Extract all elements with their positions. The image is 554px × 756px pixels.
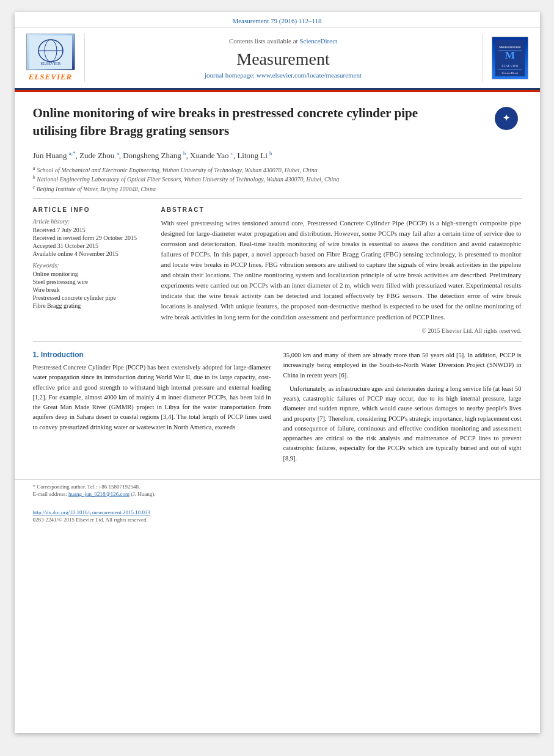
svg-text:ScienceDirect: ScienceDirect (501, 71, 519, 75)
header-right-logo: Measurement M ELSEVIER ScienceDirect (489, 34, 531, 82)
author-4: Xuande Yao c (190, 151, 233, 160)
header-area: ELSEVIER ELSEVIER Contents lists availab… (15, 27, 540, 90)
keyword-4: Prestressed concrete cylinder pipe (33, 294, 149, 301)
sciencedirect-link[interactable]: ScienceDirect (299, 37, 337, 45)
blank-line (33, 498, 522, 504)
journal-homepage: journal homepage: www.elsevier.com/locat… (205, 71, 362, 79)
article-title-section: Online monitoring of wire breaks in pres… (15, 92, 540, 147)
intro-left-text: Prestressed Concrete Cylinder Pipe (PCCP… (33, 363, 271, 432)
intro-heading: 1. Introduction (33, 351, 271, 359)
crossmark-area: ✦ (491, 104, 522, 132)
author-2: Zude Zhou a (79, 151, 119, 160)
affiliation-c: c Beijing Institute of Water, Beijing 10… (33, 184, 522, 192)
svg-text:ELSEVIER: ELSEVIER (40, 61, 60, 66)
article-history-group: Article history: Received 7 July 2015 Re… (33, 218, 149, 257)
header-center: Contents lists available at ScienceDirec… (84, 34, 483, 82)
affiliation-b: b National Engineering Laboratory of Opt… (33, 175, 522, 183)
body-left-col: 1. Introduction Prestressed Concrete Cyl… (33, 351, 271, 467)
elsevier-image: ELSEVIER (26, 34, 75, 70)
measurement-logo: Measurement M ELSEVIER ScienceDirect (492, 37, 528, 79)
copyright-line: © 2015 Elsevier Ltd. All rights reserved… (161, 326, 522, 336)
authors-section: Jun Huang a,*, Zude Zhou a, Dongsheng Zh… (15, 147, 540, 163)
keyword-5: Fibre Bragg grating (33, 302, 149, 309)
doi-link[interactable]: http://dx.doi.org/10.1016/j.measurement.… (33, 509, 151, 515)
journal-bar: Measurement 79 (2016) 112–118 (15, 12, 540, 27)
author-email[interactable]: huang_jun_0218@126.com (68, 491, 129, 497)
affiliation-a: a School of Mechanical and Electronic En… (33, 165, 522, 173)
corresponding-note: * Corresponding author. Tel.: +86 158071… (33, 484, 522, 490)
elsevier-brand-text: ELSEVIER (29, 72, 73, 82)
abstract-label: ABSTRACT (161, 206, 522, 213)
received-date: Received 7 July 2015 (33, 227, 149, 233)
history-label: Article history: (33, 218, 149, 225)
affiliations-section: a School of Mechanical and Electronic En… (15, 163, 540, 198)
abstract-text: With steel prestressing wires tensioned … (161, 218, 522, 335)
body-right-col: 35,000 km and many of them are already m… (283, 351, 522, 467)
body-section: 1. Introduction Prestressed Concrete Cyl… (15, 342, 540, 473)
issn-line: 0263-2241/© 2015 Elsevier Ltd. All right… (33, 517, 522, 523)
email-note: E-mail address: huang_jun_0218@126.com (… (33, 491, 522, 497)
page-footer: * Corresponding author. Tel.: +86 158071… (15, 479, 540, 526)
article-info-column: ARTICLE INFO Article history: Received 7… (33, 206, 149, 335)
accepted-date: Accepted 31 October 2015 (33, 242, 149, 249)
page: Measurement 79 (2016) 112–118 ELSEVIER E… (15, 12, 540, 733)
article-info-label: ARTICLE INFO (33, 206, 149, 213)
article-title: Online monitoring of wire breaks in pres… (33, 104, 448, 140)
author-5: Litong Li b (237, 151, 272, 160)
keyword-2: Steel prestressing wire (33, 278, 149, 285)
svg-text:Measurement: Measurement (499, 45, 521, 48)
contents-available-text: Contents lists available at ScienceDirec… (229, 37, 337, 45)
abstract-column: ABSTRACT With steel prestressing wires t… (161, 206, 522, 335)
journal-citation: Measurement 79 (2016) 112–118 (232, 17, 321, 24)
elsevier-logo-area: ELSEVIER ELSEVIER (23, 34, 78, 82)
keywords-section: Keywords: Online monitoring Steel prestr… (33, 262, 149, 309)
svg-rect-10 (498, 69, 522, 70)
svg-text:M: M (505, 48, 514, 60)
available-date: Available online 4 November 2015 (33, 250, 149, 257)
keywords-label: Keywords: (33, 262, 149, 269)
author-3: Dongsheng Zhang b (123, 151, 186, 160)
keyword-1: Online monitoring (33, 271, 149, 277)
author-1: Jun Huang a,* (33, 151, 76, 160)
intro-right-text: 35,000 km and many of them are already m… (283, 351, 522, 463)
journal-title: Measurement (236, 49, 329, 69)
keyword-3: Wire break (33, 286, 149, 293)
crossmark-icon: ✦ (495, 107, 518, 130)
svg-text:ELSEVIER: ELSEVIER (501, 64, 519, 67)
revised-date: Received in revised form 29 October 2015 (33, 234, 149, 241)
info-abstract-section: ARTICLE INFO Article history: Received 7… (15, 199, 540, 341)
